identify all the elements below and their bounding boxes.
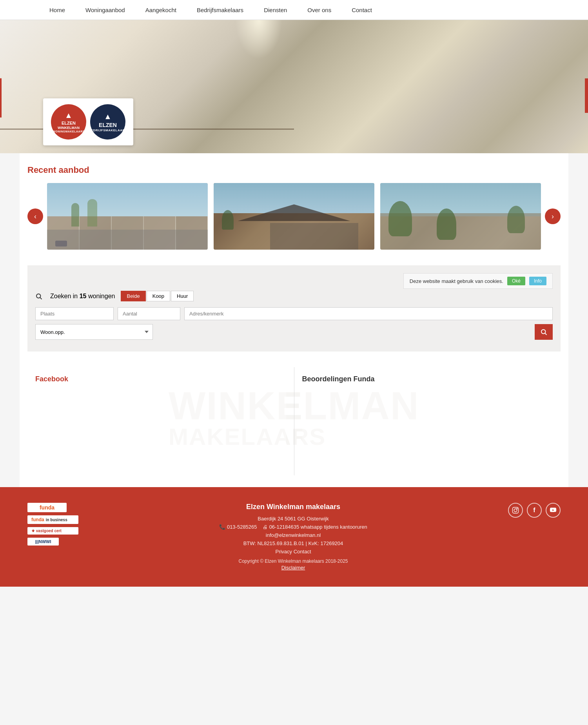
- search-title: Zoeken in 15 woningen: [50, 293, 115, 300]
- search-section: Deze website maakt gebruik van cookies. …: [27, 265, 561, 352]
- footer-logos: funda funda in business ⚜ vastgoed cert …: [27, 503, 78, 546]
- nav-link-contact[interactable]: Contact: [341, 0, 382, 20]
- cookie-banner: Deze website maakt gebruik van cookies. …: [403, 273, 553, 289]
- recent-aanbod-title: Recent aanbod: [27, 165, 561, 175]
- filter-rent-button[interactable]: Huur: [171, 291, 194, 301]
- nwwi-logo: |||NWWI: [27, 538, 59, 546]
- search-count: 15: [80, 293, 87, 299]
- hero-section: ▲ ELZEN WINKELMAN WONINGMAKELAARS ▲ ELZE…: [0, 20, 588, 153]
- main-nav: Home Woningaanbod Aangekocht Bedrijfsmak…: [0, 0, 588, 20]
- property-card-2[interactable]: [214, 183, 374, 250]
- property-carousel: ‹: [27, 183, 561, 250]
- filter-buttons: Beide Koop Huur: [121, 291, 194, 301]
- footer-copyright: Copyright © Elzen Winkelman makelaars 20…: [78, 558, 508, 564]
- nav-link-diensten[interactable]: Diensten: [254, 0, 297, 20]
- svg-point-0: [36, 294, 41, 298]
- property-card-3[interactable]: [380, 183, 541, 250]
- nav-menu: Home Woningaanbod Aangekocht Bedrijfsmak…: [39, 0, 588, 20]
- logo-navy-line1: ELZEN: [99, 122, 117, 129]
- main-content: Recent aanbod ‹: [20, 153, 568, 487]
- search-submit-button[interactable]: [535, 324, 553, 340]
- filter-buy-button[interactable]: Koop: [147, 291, 170, 301]
- nav-item-bedrijfsmakelaars[interactable]: Bedrijfsmakelaars: [187, 0, 254, 20]
- search-icon: [35, 292, 44, 300]
- nav-link-bedrijfsmakelaars[interactable]: Bedrijfsmakelaars: [187, 0, 254, 20]
- privacy-contact-link[interactable]: Privacy Contact: [275, 549, 311, 555]
- funda-widget: [302, 389, 553, 468]
- nav-link-over-ons[interactable]: Over ons: [297, 0, 341, 20]
- vastgoed-cert-logo: ⚜ vastgoed cert: [27, 527, 78, 535]
- logo-red-line1: ELZEN: [62, 121, 76, 126]
- footer-center: Elzen Winkelman makelaars Baerdijk 24 50…: [78, 503, 508, 571]
- footer-company-name: Elzen Winkelman makelaars: [78, 503, 508, 511]
- logo-red-line2: WINKELMAN: [58, 126, 80, 130]
- mijn-favorieten-tab[interactable]: Mijn favorieten: [585, 78, 588, 113]
- nav-item-aangekocht[interactable]: Aangekocht: [135, 0, 187, 20]
- footer-phone: 013-5285265: [227, 524, 257, 530]
- footer-email: info@elzenwinkelman.nl: [78, 532, 508, 538]
- property-card-1[interactable]: [47, 183, 208, 250]
- footer-inner: funda funda in business ⚜ vastgoed cert …: [20, 503, 568, 571]
- nav-logo: [0, 0, 39, 20]
- svg-rect-4: [513, 508, 519, 513]
- nav-item-over-ons[interactable]: Over ons: [297, 0, 341, 20]
- whatsapp-icon: 🖨: [263, 524, 269, 530]
- phone-icon: 📞: [219, 524, 227, 530]
- search-submit-icon: [540, 328, 547, 335]
- aantal-input[interactable]: [118, 307, 180, 320]
- logo-elzen-winkelman: ▲ ELZEN WINKELMAN WONINGMAKELAARS: [51, 104, 86, 140]
- funda-title: Beoordelingen Funda: [302, 375, 553, 383]
- facebook-icon[interactable]: f: [527, 503, 542, 518]
- carousel-next-button[interactable]: ›: [545, 208, 561, 224]
- adres-input[interactable]: [184, 307, 553, 320]
- funda-logo: funda: [27, 503, 67, 512]
- nav-link-aangekocht[interactable]: Aangekocht: [135, 0, 187, 20]
- filter-both-button[interactable]: Beide: [121, 291, 145, 301]
- search-header: Zoeken in 15 woningen Beide Koop Huur: [35, 291, 553, 301]
- facebook-column: Facebook: [27, 367, 294, 475]
- funda-column: Beoordelingen Funda: [294, 367, 561, 475]
- nav-item-diensten[interactable]: Diensten: [254, 0, 297, 20]
- svg-point-6: [517, 508, 517, 509]
- facebook-title: Facebook: [35, 375, 286, 383]
- hero-light: [235, 20, 282, 59]
- carousel-items: [47, 183, 541, 250]
- footer-phone-row: 📞 013-5285265 🖨 06-12184635 whatsapp tij…: [78, 524, 508, 530]
- footer-whatsapp: 06-12184635 whatsapp tijdens kantooruren: [269, 524, 367, 530]
- svg-line-1: [40, 297, 42, 299]
- disclaimer-link[interactable]: Disclaimer: [281, 565, 305, 571]
- cookie-info-button[interactable]: Info: [529, 277, 546, 285]
- footer-address: Baerdijk 24 5061 GG Oisterwijk: [78, 516, 508, 522]
- nav-item-woningaanbod[interactable]: Woningaanbod: [75, 0, 135, 20]
- svg-point-2: [541, 330, 546, 334]
- svg-line-3: [545, 333, 546, 335]
- plaats-input[interactable]: [35, 307, 114, 320]
- cookie-ok-button[interactable]: Oké: [507, 277, 525, 285]
- funda-biz-logo: funda in business: [27, 515, 78, 524]
- logo-chevron-navy: ▲: [104, 112, 112, 121]
- svg-point-5: [514, 509, 517, 512]
- footer: funda funda in business ⚜ vastgoed cert …: [0, 487, 588, 587]
- cookie-message: Deze website maakt gebruik van cookies.: [410, 278, 503, 284]
- footer-social: f: [508, 503, 561, 518]
- nav-item-home[interactable]: Home: [39, 0, 75, 20]
- instagram-icon[interactable]: [508, 503, 523, 518]
- footer-btw: BTW: NL8215.69.831.B.01 | KvK: 17269204: [78, 540, 508, 546]
- nav-link-home[interactable]: Home: [39, 0, 75, 20]
- woon-opp-select[interactable]: Woon.opp.: [35, 324, 153, 340]
- youtube-icon[interactable]: [546, 503, 561, 518]
- nav-link-woningaanbod[interactable]: Woningaanbod: [75, 0, 135, 20]
- hero-logos: ▲ ELZEN WINKELMAN WONINGMAKELAARS ▲ ELZE…: [43, 98, 133, 145]
- nav-item-contact[interactable]: Contact: [341, 0, 382, 20]
- search-row-2: Woon.opp.: [35, 324, 553, 340]
- facebook-widget: [35, 389, 286, 468]
- logo-navy-line2: BEDRIJFSMAKELAARS: [88, 129, 127, 132]
- social-section: WINKELMAN MAKELAARS Facebook Beoordeling…: [27, 359, 561, 475]
- inloggen-move-tab[interactable]: Inloggen move.nl: [0, 78, 2, 118]
- logo-elzen-bedrijfsmakelaars: ▲ ELZEN BEDRIJFSMAKELAARS: [90, 104, 125, 140]
- logo-chevron-red: ▲: [65, 111, 73, 120]
- logo-red-line3: WONINGMAKELAARS: [53, 130, 85, 133]
- carousel-prev-button[interactable]: ‹: [27, 208, 43, 224]
- search-row-1: [35, 307, 553, 320]
